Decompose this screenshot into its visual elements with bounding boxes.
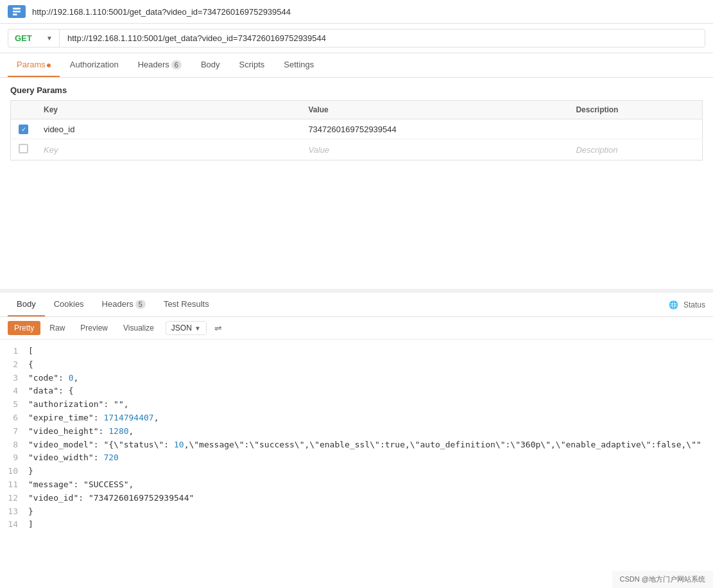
empty-key[interactable]: Key <box>36 139 300 160</box>
request-bar: GET ▼ <box>0 24 713 53</box>
code-line: 2 { <box>0 358 713 372</box>
tab-headers[interactable]: Headers6 <box>129 53 191 77</box>
line-content: { <box>28 358 713 372</box>
response-tabs: Body Cookies Headers5 Test Results 🌐 Sta… <box>0 293 713 317</box>
col-checkbox <box>11 101 37 119</box>
svg-rect-2 <box>13 13 17 15</box>
tab-authorization[interactable]: Authorization <box>61 53 128 77</box>
code-line: 12 "video_id": "7347260169752939544" <box>0 492 713 505</box>
line-content: "authorization": "", <box>28 398 713 411</box>
line-number: 5 <box>0 398 28 411</box>
query-params-title: Query Params <box>10 85 703 95</box>
response-tab-cookies[interactable]: Cookies <box>45 293 93 316</box>
line-content: ] <box>28 518 713 532</box>
globe-icon: 🌐 <box>669 300 678 309</box>
line-number: 1 <box>0 345 28 358</box>
empty-description[interactable]: Description <box>568 139 702 160</box>
line-content: "video_model": "{\"status\": 10,\"messag… <box>28 438 713 452</box>
sub-tab-visualize[interactable]: Visualize <box>117 321 160 335</box>
col-value-header: Value <box>300 101 568 119</box>
request-tabs: Params Authorization Headers6 Body Scrip… <box>0 53 713 78</box>
empty-value[interactable]: Value <box>300 139 568 160</box>
code-line: 4 "data": { <box>0 385 713 398</box>
line-content: "video_id": "7347260169752939544" <box>28 492 713 505</box>
row-checkbox-cell[interactable]: ✓ <box>11 119 37 139</box>
line-content: "video_height": 1280, <box>28 425 713 438</box>
line-number: 8 <box>0 438 28 452</box>
method-selector[interactable]: GET ▼ <box>8 29 59 48</box>
code-line: 5 "authorization": "", <box>0 398 713 411</box>
line-content: "video_width": 720 <box>28 451 713 465</box>
format-dropdown[interactable]: JSON ▼ <box>166 321 207 335</box>
tab-settings[interactable]: Settings <box>275 53 323 77</box>
status-label: Status <box>683 300 705 309</box>
params-dot <box>47 64 51 67</box>
line-content: "expire_time": 1714794407, <box>28 411 713 425</box>
method-label: GET <box>15 33 32 43</box>
top-bar-url: http://192.168.1.110:5001/get_data?video… <box>32 7 291 17</box>
line-number: 12 <box>0 492 28 505</box>
line-number: 10 <box>0 465 28 478</box>
code-line: 8 "video_model": "{\"status\": 10,\"mess… <box>0 438 713 452</box>
line-number: 2 <box>0 358 28 372</box>
url-input[interactable] <box>59 29 705 48</box>
response-tab-test-results[interactable]: Test Results <box>155 293 218 316</box>
line-number: 6 <box>0 411 28 425</box>
code-line: 9 "video_width": 720 <box>0 451 713 465</box>
line-content: "data": { <box>28 385 713 398</box>
code-block: 1[2 {3 "code": 0,4 "data": {5 "authoriza… <box>0 340 713 537</box>
empty-checkbox[interactable] <box>19 144 28 153</box>
response-right: 🌐 Status <box>669 300 705 309</box>
response-tab-body[interactable]: Body <box>8 293 45 316</box>
table-row: ✓ video_id 7347260169752939544 <box>11 119 703 139</box>
sub-tab-pretty[interactable]: Pretty <box>8 321 40 335</box>
col-key-header: Key <box>36 101 300 119</box>
row-key: video_id <box>36 119 300 139</box>
row-checkbox[interactable]: ✓ <box>19 125 28 134</box>
svg-rect-0 <box>13 8 21 10</box>
tab-params[interactable]: Params <box>8 53 60 77</box>
line-content: } <box>28 505 713 519</box>
sub-tabs: Pretty Raw Preview Visualize JSON ▼ ⇌ <box>0 317 713 340</box>
line-content: "message": "SUCCESS", <box>28 478 713 492</box>
row-description <box>568 119 702 139</box>
code-line: 13 } <box>0 505 713 519</box>
line-number: 14 <box>0 518 28 532</box>
line-number: 3 <box>0 372 28 385</box>
sub-tab-raw[interactable]: Raw <box>43 321 71 335</box>
format-chevron-icon: ▼ <box>194 325 201 332</box>
code-line: 10 } <box>0 465 713 478</box>
code-line: 11 "message": "SUCCESS", <box>0 478 713 492</box>
col-desc-header: Description <box>568 101 702 119</box>
line-number: 11 <box>0 478 28 492</box>
chevron-down-icon: ▼ <box>46 35 53 42</box>
code-line: 6 "expire_time": 1714794407, <box>0 411 713 425</box>
response-tab-headers[interactable]: Headers5 <box>93 293 155 316</box>
code-line: 1[ <box>0 345 713 358</box>
empty-row: Key Value Description <box>11 139 703 160</box>
line-number: 13 <box>0 505 28 519</box>
line-number: 9 <box>0 451 28 465</box>
svg-rect-1 <box>13 11 21 13</box>
response-section: Body Cookies Headers5 Test Results 🌐 Sta… <box>0 289 713 537</box>
app-icon <box>8 5 26 18</box>
top-bar: http://192.168.1.110:5001/get_data?video… <box>0 0 713 24</box>
code-line: 3 "code": 0, <box>0 372 713 385</box>
code-line: 14] <box>0 518 713 532</box>
line-number: 4 <box>0 385 28 398</box>
params-table: Key Value Description ✓ video_id 7347260… <box>10 100 703 160</box>
line-content: } <box>28 465 713 478</box>
code-line: 7 "video_height": 1280, <box>0 425 713 438</box>
line-content: [ <box>28 345 713 358</box>
line-number: 7 <box>0 425 28 438</box>
tab-scripts[interactable]: Scripts <box>230 53 274 77</box>
tab-body[interactable]: Body <box>192 53 229 77</box>
sub-tab-preview[interactable]: Preview <box>74 321 114 335</box>
row-value: 7347260169752939544 <box>300 119 568 139</box>
line-content: "code": 0, <box>28 372 713 385</box>
filter-icon[interactable]: ⇌ <box>214 323 222 333</box>
query-params-section: Query Params Key Value Description ✓ vid… <box>0 78 713 160</box>
empty-checkbox-cell <box>11 139 37 160</box>
